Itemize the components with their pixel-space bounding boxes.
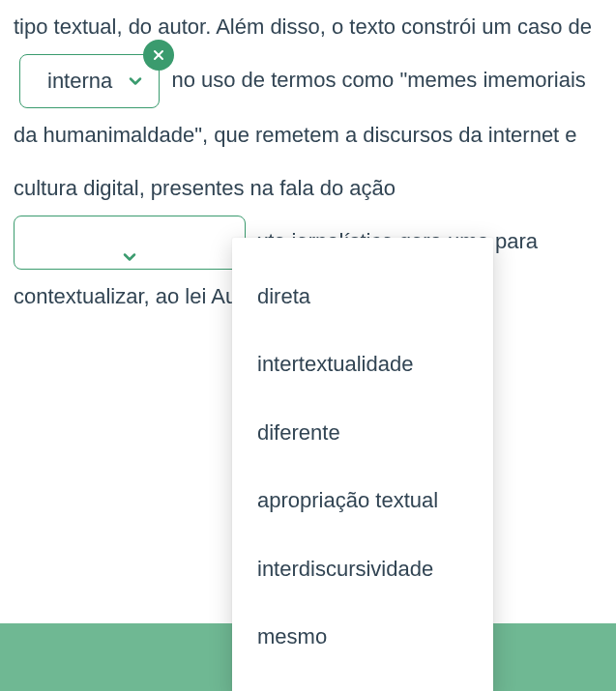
dropdown-option[interactable]: interdiscursividade [232,535,493,603]
text-segment-2b: ação [349,176,396,200]
dropdown-blank-1[interactable]: interna [19,54,160,108]
dropdown-blank-2[interactable] [14,216,246,270]
dropdown-options-list: direta intertextualidade diferente aprop… [232,238,493,691]
dropdown-option[interactable]: diferente [232,399,493,467]
text-segment-1: tipo textual, do autor. Além disso, o te… [14,14,592,39]
dropdown-option[interactable]: direta [232,263,493,331]
clear-selection-button[interactable] [143,40,174,71]
dropdown-blank-1-value: interna [47,71,112,92]
chevron-down-icon [126,72,145,91]
dropdown-option[interactable]: apropriação textual [232,467,493,534]
dropdown-option[interactable]: intertextualidade [232,331,493,398]
chevron-down-icon [120,233,139,252]
dropdown-option[interactable]: mesmo [232,603,493,671]
